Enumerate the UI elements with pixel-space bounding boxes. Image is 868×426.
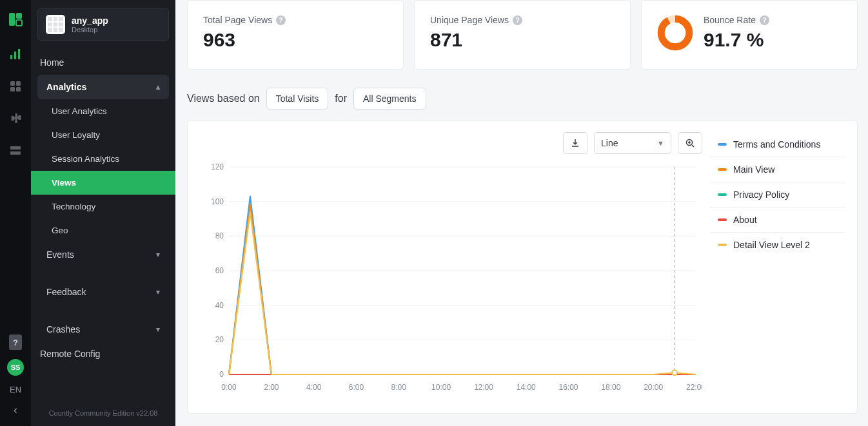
- svg-rect-8: [10, 87, 15, 92]
- stat-label: Total Page Views: [203, 15, 272, 25]
- download-button[interactable]: [563, 132, 587, 154]
- svg-rect-0: [9, 13, 15, 26]
- svg-text:80: 80: [215, 231, 224, 240]
- svg-text:40: 40: [215, 301, 224, 310]
- sidebar-label-feedback: Feedback: [46, 287, 86, 297]
- chart-area: Line ▼ 0204060801001200:002:004:006:008:…: [199, 132, 702, 402]
- sidebar-label-home: Home: [40, 57, 64, 68]
- legend-swatch: [718, 193, 727, 196]
- svg-rect-10: [10, 146, 21, 150]
- sidebar: any_app Desktop Home Analytics ▴ User An…: [31, 0, 175, 426]
- svg-text:2:00: 2:00: [264, 383, 279, 392]
- legend-swatch: [718, 168, 727, 171]
- svg-text:6:00: 6:00: [349, 383, 364, 392]
- chart-type-label: Line: [601, 138, 618, 148]
- sidebar-item-crashes[interactable]: Crashes ▾: [37, 317, 169, 342]
- legend-label: Detail View Level 2: [733, 240, 810, 250]
- sidebar-sub-views[interactable]: Views: [31, 171, 175, 195]
- rail-analytics-icon[interactable]: [6, 45, 25, 63]
- sidebar-sub-technology[interactable]: Technology: [31, 195, 175, 218]
- app-name: any_app: [72, 15, 108, 26]
- metric-selector[interactable]: Total Visits: [266, 88, 329, 110]
- svg-rect-5: [18, 49, 20, 59]
- filter-prefix: Views based on: [187, 93, 260, 104]
- svg-text:20:00: 20:00: [644, 383, 663, 392]
- help-icon[interactable]: ?: [760, 15, 769, 25]
- legend-swatch: [718, 143, 727, 146]
- help-icon[interactable]: ?: [276, 15, 286, 25]
- sidebar-item-feedback[interactable]: Feedback ▾: [37, 280, 169, 304]
- svg-text:120: 120: [211, 162, 224, 171]
- chevron-up-icon: ▴: [156, 82, 160, 92]
- stat-unique-views: Unique Page Views ? 871: [414, 0, 631, 70]
- legend-item[interactable]: Privacy Policy: [710, 182, 845, 208]
- sidebar-sub-user-loyalty[interactable]: User Loyalty: [31, 123, 175, 147]
- sidebar-sub-user-analytics[interactable]: User Analytics: [31, 99, 175, 123]
- legend-item[interactable]: Detail View Level 2: [710, 233, 845, 257]
- sidebar-label-analytics: Analytics: [46, 82, 86, 92]
- svg-rect-1: [16, 13, 22, 19]
- legend-swatch: [718, 218, 727, 221]
- chart-type-selector[interactable]: Line ▼: [594, 132, 671, 154]
- svg-rect-6: [10, 81, 15, 86]
- stat-total-views: Total Page Views ? 963: [187, 0, 404, 70]
- sidebar-item-events[interactable]: Events ▾: [37, 242, 169, 267]
- icon-rail: ? SS EN ‹: [0, 0, 31, 426]
- chart-legend: Terms and ConditionsMain ViewPrivacy Pol…: [710, 132, 845, 402]
- legend-label: Terms and Conditions: [733, 139, 820, 150]
- legend-swatch: [718, 244, 727, 246]
- svg-text:20: 20: [215, 335, 224, 344]
- rail-settings-icon[interactable]: [6, 110, 25, 128]
- segment-selector[interactable]: All Segments: [353, 88, 426, 110]
- stat-value: 963: [203, 29, 286, 51]
- sidebar-label-events: Events: [46, 249, 74, 260]
- legend-label: Main View: [733, 164, 774, 175]
- views-filter: Views based on Total Visits for All Segm…: [187, 88, 858, 110]
- zoom-icon: [686, 139, 695, 148]
- app-icon: [46, 15, 65, 34]
- stat-label: Unique Page Views: [430, 15, 509, 25]
- sidebar-sub-geo[interactable]: Geo: [31, 218, 175, 242]
- collapse-sidebar-icon[interactable]: ‹: [14, 403, 17, 417]
- version-text: Countly Community Edition v22.08: [31, 400, 175, 426]
- svg-text:16:00: 16:00: [559, 383, 578, 392]
- svg-text:0:00: 0:00: [221, 383, 237, 392]
- rail-dashboard-icon[interactable]: [6, 77, 25, 95]
- svg-point-42: [672, 370, 677, 375]
- zoom-button[interactable]: [678, 132, 702, 154]
- filter-mid: for: [335, 93, 347, 104]
- rail-server-icon[interactable]: [6, 142, 25, 160]
- sidebar-item-analytics[interactable]: Analytics ▴: [37, 75, 169, 99]
- language-switch[interactable]: EN: [10, 385, 21, 394]
- sidebar-sub-session-analytics[interactable]: Session Analytics: [31, 147, 175, 171]
- svg-rect-3: [10, 55, 12, 59]
- app-switcher[interactable]: any_app Desktop: [37, 8, 169, 41]
- user-avatar[interactable]: SS: [7, 359, 24, 376]
- help-icon[interactable]: ?: [513, 15, 522, 25]
- app-logo: [8, 12, 23, 31]
- chevron-down-icon: ▼: [657, 139, 664, 147]
- svg-text:12:00: 12:00: [474, 383, 493, 392]
- bounce-donut-icon: [657, 15, 693, 51]
- legend-item[interactable]: Terms and Conditions: [710, 132, 845, 157]
- stat-bounce-rate: Bounce Rate ? 91.7 %: [641, 0, 858, 70]
- legend-item[interactable]: About: [710, 208, 845, 233]
- svg-text:60: 60: [215, 266, 224, 275]
- svg-rect-4: [14, 52, 16, 59]
- legend-item[interactable]: Main View: [710, 157, 845, 182]
- sidebar-item-remote-config[interactable]: Remote Config: [31, 342, 175, 366]
- chevron-down-icon: ▾: [156, 250, 160, 259]
- help-icon[interactable]: ?: [9, 334, 22, 350]
- stat-value: 91.7 %: [704, 29, 769, 51]
- stat-label: Bounce Rate: [704, 15, 756, 25]
- legend-label: Privacy Policy: [733, 189, 789, 200]
- download-icon: [571, 139, 580, 148]
- stat-value: 871: [430, 29, 522, 51]
- legend-label: About: [733, 215, 757, 225]
- svg-text:10:00: 10:00: [431, 383, 451, 392]
- sidebar-label-remote-config: Remote Config: [40, 349, 100, 359]
- sidebar-item-home[interactable]: Home: [31, 50, 175, 75]
- svg-text:8:00: 8:00: [391, 383, 407, 392]
- chevron-down-icon: ▾: [156, 287, 160, 296]
- svg-text:4:00: 4:00: [306, 383, 322, 392]
